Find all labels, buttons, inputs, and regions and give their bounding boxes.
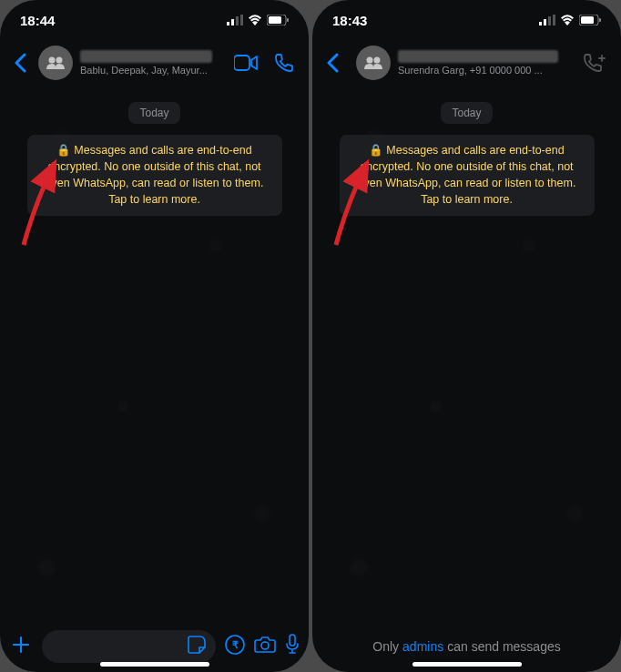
svg-rect-5: [269, 16, 281, 24]
encryption-banner[interactable]: 🔒Messages and calls are end-to-end encry…: [27, 135, 282, 216]
phone-screenshot-right: 18:43 Surendra Garg, +91 0000 000 ...: [312, 0, 621, 672]
chat-title-blurred: [398, 50, 558, 63]
voice-call-button[interactable]: [274, 53, 294, 73]
payment-icon[interactable]: ₹: [225, 635, 245, 658]
svg-rect-16: [544, 19, 546, 25]
svg-point-22: [367, 57, 373, 64]
group-icon: [45, 56, 66, 69]
chat-header: Surendra Garg, +91 0000 000 ...: [312, 40, 621, 86]
svg-rect-15: [539, 22, 542, 25]
svg-rect-0: [227, 22, 229, 25]
phone-screenshot-left: 18:44 Bablu, Deepak, Jay, Mayur...: [0, 0, 309, 672]
chat-title-area[interactable]: Bablu, Deepak, Jay, Mayur...: [80, 50, 227, 76]
back-button[interactable]: [9, 53, 31, 73]
attach-button[interactable]: [9, 633, 33, 661]
svg-rect-2: [236, 16, 239, 25]
svg-point-8: [56, 57, 63, 64]
lock-icon: 🔒: [369, 142, 383, 158]
sticker-icon[interactable]: [187, 635, 207, 658]
svg-rect-20: [581, 16, 594, 24]
group-avatar[interactable]: [356, 46, 391, 80]
group-icon: [362, 56, 384, 69]
readonly-suffix: can send messages: [447, 639, 561, 654]
mic-icon[interactable]: [285, 634, 300, 659]
message-input[interactable]: [42, 630, 216, 663]
camera-icon[interactable]: [254, 636, 276, 657]
home-indicator[interactable]: [412, 662, 522, 667]
svg-rect-14: [290, 635, 295, 646]
svg-rect-9: [234, 56, 249, 70]
svg-rect-21: [599, 18, 601, 22]
status-icons: [227, 15, 289, 25]
status-bar: 18:44: [0, 0, 309, 40]
chat-subtitle: Bablu, Deepak, Jay, Mayur...: [80, 65, 227, 76]
back-button[interactable]: [321, 53, 343, 73]
svg-rect-18: [553, 15, 555, 25]
status-time: 18:44: [20, 13, 55, 28]
lock-icon: 🔒: [56, 142, 71, 158]
admins-link[interactable]: admins: [402, 639, 443, 654]
readonly-prefix: Only: [372, 639, 399, 654]
status-bar: 18:43: [312, 0, 621, 40]
svg-rect-3: [240, 15, 243, 25]
svg-point-13: [261, 642, 269, 649]
chat-header: Bablu, Deepak, Jay, Mayur...: [0, 40, 309, 86]
chat-title-blurred: [80, 50, 212, 63]
date-separator: Today: [441, 102, 492, 124]
home-indicator[interactable]: [100, 662, 209, 667]
svg-point-7: [49, 57, 56, 64]
signal-icon: [539, 15, 555, 25]
svg-rect-17: [548, 16, 551, 25]
svg-rect-6: [287, 18, 289, 22]
chat-area[interactable]: Today 🔒Messages and calls are end-to-end…: [0, 86, 309, 621]
encryption-banner[interactable]: 🔒Messages and calls are end-to-end encry…: [340, 135, 595, 216]
date-separator: Today: [128, 102, 179, 124]
wifi-icon: [248, 15, 262, 25]
battery-icon: [267, 15, 289, 25]
svg-rect-1: [231, 19, 234, 25]
video-call-button[interactable]: [234, 53, 258, 73]
battery-icon: [579, 15, 601, 25]
chat-area[interactable]: Today 🔒Messages and calls are end-to-end…: [312, 86, 621, 621]
group-avatar[interactable]: [38, 46, 73, 80]
chat-title-area[interactable]: Surendra Garg, +91 0000 000 ...: [398, 50, 575, 76]
chat-subtitle: Surendra Garg, +91 0000 000 ...: [398, 65, 575, 76]
status-icons: [539, 15, 601, 25]
status-time: 18:43: [332, 13, 367, 28]
svg-point-23: [374, 57, 381, 64]
add-call-button[interactable]: [583, 53, 606, 73]
signal-icon: [227, 15, 243, 25]
wifi-icon: [560, 15, 575, 25]
svg-text:₹: ₹: [232, 639, 239, 650]
